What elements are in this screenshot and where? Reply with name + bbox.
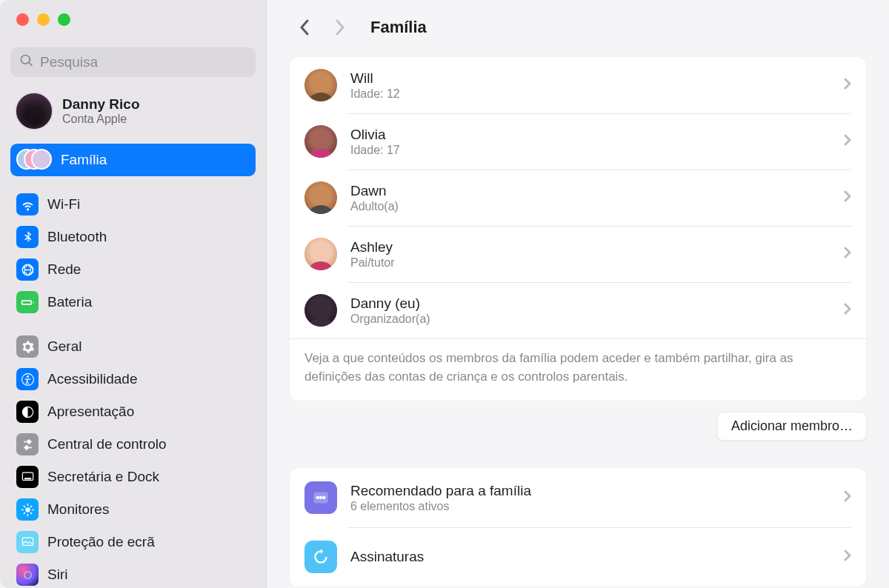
- add-member-button[interactable]: Adicionar membro…: [717, 412, 867, 441]
- svg-point-9: [316, 496, 319, 499]
- svg-rect-4: [24, 478, 31, 479]
- sidebar-item-siri[interactable]: Siri: [10, 558, 256, 588]
- sidebar-item-label: Monitores: [47, 501, 109, 518]
- sidebar-item-control-center[interactable]: Central de controlo: [10, 428, 256, 461]
- content-scroll[interactable]: WillIdade: 12OliviaIdade: 17DawnAdulto(a…: [267, 47, 889, 588]
- sidebar-item-displays-mode[interactable]: Apresentação: [10, 395, 256, 428]
- svg-rect-6: [22, 538, 33, 545]
- dock-icon: [16, 466, 39, 488]
- bluetooth-icon: [16, 226, 39, 248]
- extras-card: Recomendado para a família6 elementos at…: [289, 467, 867, 587]
- sidebar-item-label: Siri: [47, 567, 67, 583]
- appearance-icon: [16, 401, 39, 423]
- family-member-row[interactable]: Danny (eu)Organizador(a): [290, 282, 866, 338]
- member-role: Idade: 17: [350, 144, 400, 157]
- member-name: Danny (eu): [350, 295, 430, 313]
- sidebar-item-label: Acessibilidade: [47, 371, 137, 387]
- sidebar-item-label: Central de controlo: [47, 436, 167, 452]
- sidebar-list: Família Wi‑Fi Bluetooth Rede Bateria: [0, 144, 266, 588]
- sidebar-item-label: Apresentação: [47, 404, 134, 420]
- sidebar-item-label: Proteção de ecrã: [47, 534, 155, 550]
- battery-icon: [16, 291, 39, 313]
- sidebar-item-label: Família: [61, 152, 107, 168]
- family-member-row[interactable]: OliviaIdade: 17: [290, 113, 866, 170]
- sidebar-item-family[interactable]: Família: [10, 144, 256, 176]
- family-description: Veja a que conteúdos os membros da famíl…: [290, 338, 866, 401]
- sidebar-item-label: Geral: [47, 338, 81, 355]
- accessibility-icon: [16, 368, 39, 390]
- chevron-right-icon: [844, 490, 851, 505]
- search-field[interactable]: [10, 47, 256, 77]
- subscriptions-icon: [304, 541, 337, 573]
- member-role: Pai/tutor: [350, 256, 395, 270]
- screensaver-icon: [16, 531, 39, 553]
- family-icon: [16, 149, 52, 171]
- gear-icon: [16, 335, 39, 358]
- member-name: Dawn: [350, 182, 399, 200]
- sidebar-item-battery[interactable]: Bateria: [10, 286, 256, 318]
- chevron-right-icon: [844, 549, 851, 564]
- sidebar-item-label: Bluetooth: [47, 229, 107, 245]
- row-sub: 6 elementos ativos: [350, 500, 531, 513]
- sidebar-item-desktop-dock[interactable]: Secretária e Dock: [10, 461, 256, 493]
- extra-row-subscriptions[interactable]: Assinaturas: [290, 527, 866, 587]
- nav-forward-button: [332, 19, 348, 36]
- topbar: Família: [267, 0, 889, 47]
- chevron-right-icon: [844, 303, 851, 318]
- sidebar-item-general[interactable]: Geral: [10, 330, 256, 363]
- family-member-row[interactable]: WillIdade: 12: [290, 57, 866, 113]
- svg-point-7: [24, 571, 31, 578]
- minimize-icon[interactable]: [37, 13, 50, 26]
- member-name: Will: [350, 70, 400, 87]
- sidebar-item-label: Bateria: [47, 294, 92, 310]
- search-icon: [19, 53, 34, 71]
- svg-point-1: [27, 375, 29, 378]
- siri-icon: [16, 564, 39, 586]
- extra-row-recommended[interactable]: Recomendado para a família6 elementos at…: [290, 468, 866, 527]
- member-name: Ashley: [350, 238, 395, 256]
- member-name: Olivia: [350, 126, 400, 144]
- member-avatar: [304, 181, 337, 214]
- svg-point-5: [25, 507, 30, 512]
- chevron-right-icon: [844, 134, 851, 149]
- sidebar: Danny Rico Conta Apple Família Wi‑Fi Blu…: [0, 0, 267, 588]
- user-avatar: [15, 92, 53, 130]
- sliders-icon: [16, 433, 39, 455]
- sidebar-item-bluetooth[interactable]: Bluetooth: [10, 221, 256, 253]
- sidebar-item-label: Secretária e Dock: [47, 469, 159, 485]
- member-avatar: [304, 294, 337, 327]
- row-title: Assinaturas: [350, 548, 424, 566]
- sidebar-item-label: Rede: [47, 261, 81, 278]
- settings-window: Danny Rico Conta Apple Família Wi‑Fi Blu…: [0, 0, 889, 588]
- main-panel: Família WillIdade: 12OliviaIdade: 17Dawn…: [267, 0, 889, 588]
- row-title: Recomendado para a família: [350, 482, 531, 500]
- fullscreen-icon[interactable]: [58, 13, 70, 26]
- brightness-icon: [16, 498, 39, 521]
- member-avatar: [304, 69, 337, 101]
- member-avatar: [304, 125, 337, 158]
- member-avatar: [304, 238, 337, 270]
- chevron-right-icon: [844, 247, 851, 261]
- wifi-icon: [16, 193, 39, 216]
- sidebar-item-network[interactable]: Rede: [10, 253, 256, 286]
- recommended-icon: [304, 481, 337, 514]
- apple-account[interactable]: Danny Rico Conta Apple: [0, 84, 266, 144]
- chevron-right-icon: [844, 78, 851, 93]
- svg-point-11: [322, 496, 325, 499]
- page-title: Família: [370, 18, 427, 37]
- sidebar-item-wifi[interactable]: Wi‑Fi: [10, 188, 256, 221]
- family-member-row[interactable]: DawnAdulto(a): [290, 170, 866, 226]
- close-icon[interactable]: [16, 13, 29, 26]
- nav-back-button[interactable]: [296, 19, 313, 36]
- search-input[interactable]: [40, 54, 247, 70]
- sidebar-item-label: Wi‑Fi: [47, 196, 80, 213]
- sidebar-item-screensaver[interactable]: Proteção de ecrã: [10, 526, 256, 558]
- member-role: Adulto(a): [350, 200, 399, 213]
- member-role: Idade: 12: [350, 87, 400, 101]
- globe-icon: [16, 258, 39, 281]
- sidebar-item-monitors[interactable]: Monitores: [10, 493, 256, 526]
- family-members-card: WillIdade: 12OliviaIdade: 17DawnAdulto(a…: [289, 56, 867, 401]
- family-member-row[interactable]: AshleyPai/tutor: [290, 226, 866, 282]
- user-name: Danny Rico: [62, 96, 140, 113]
- sidebar-item-accessibility[interactable]: Acessibilidade: [10, 363, 256, 395]
